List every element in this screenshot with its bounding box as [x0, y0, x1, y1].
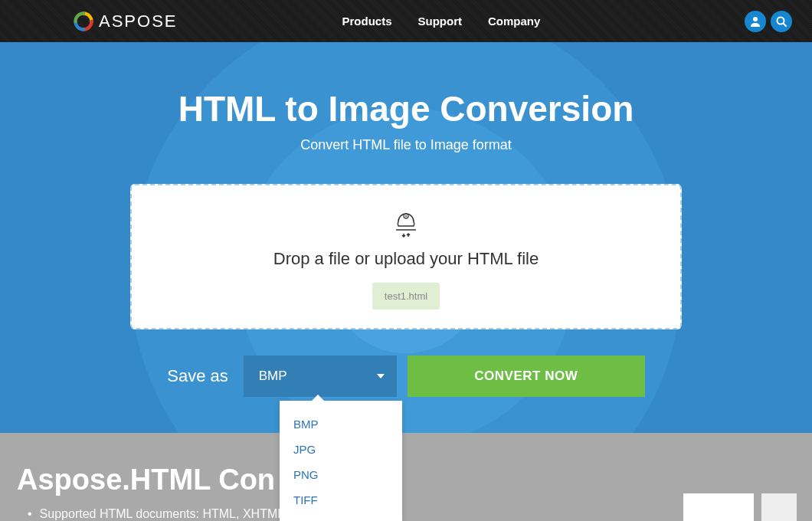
- dropzone-label: Drop a file or upload your HTML file: [273, 249, 539, 269]
- thumbnail-2[interactable]: [761, 493, 797, 521]
- main-nav: Products Support Company: [342, 15, 540, 28]
- format-select[interactable]: BMP: [244, 356, 397, 397]
- svg-point-0: [753, 17, 758, 21]
- format-select-value: BMP: [259, 369, 287, 384]
- hero-section: HTML to Image Conversion Convert HTML fi…: [0, 42, 812, 433]
- info-title: Aspose.HTML Con: [17, 464, 812, 496]
- convert-now-button[interactable]: CONVERT NOW: [408, 356, 645, 397]
- top-navbar: ASPOSE Products Support Company: [0, 0, 812, 42]
- format-option-bmp[interactable]: BMP: [280, 411, 402, 437]
- user-icon: [749, 15, 761, 28]
- format-option-tiff[interactable]: TIFF: [280, 487, 402, 513]
- saveas-label: Save as: [167, 366, 228, 386]
- header-actions: [745, 11, 792, 32]
- search-button[interactable]: [771, 11, 792, 32]
- nav-support[interactable]: Support: [418, 15, 463, 28]
- svg-line-2: [784, 23, 787, 26]
- info-section: Aspose.HTML Con Supported HTML documents…: [0, 433, 812, 521]
- cloud-upload-icon: [387, 205, 425, 238]
- aspose-logo-icon: [73, 11, 94, 32]
- brand-logo[interactable]: ASPOSE: [73, 11, 177, 32]
- nav-company[interactable]: Company: [488, 15, 540, 28]
- file-dropzone[interactable]: Drop a file or upload your HTML file tes…: [130, 184, 682, 329]
- convert-button-label: CONVERT NOW: [474, 369, 578, 384]
- format-option-jpg[interactable]: JPG: [280, 437, 402, 462]
- info-thumbnails: [683, 493, 797, 521]
- svg-point-4: [405, 215, 407, 217]
- format-dropdown: BMP JPG PNG TIFF: [280, 401, 402, 521]
- page-title: HTML to Image Conversion: [0, 88, 812, 129]
- user-account-button[interactable]: [745, 11, 766, 32]
- brand-name: ASPOSE: [99, 11, 177, 31]
- nav-products[interactable]: Products: [342, 15, 391, 28]
- format-option-png[interactable]: PNG: [280, 462, 402, 487]
- thumbnail-1[interactable]: [683, 493, 754, 521]
- uploaded-file-chip[interactable]: test1.html: [372, 283, 440, 310]
- search-icon: [775, 15, 787, 28]
- conversion-controls: Save as BMP CONVERT NOW: [0, 356, 812, 397]
- page-subtitle: Convert HTML file to Image format: [0, 137, 812, 153]
- chevron-down-icon: [377, 374, 385, 378]
